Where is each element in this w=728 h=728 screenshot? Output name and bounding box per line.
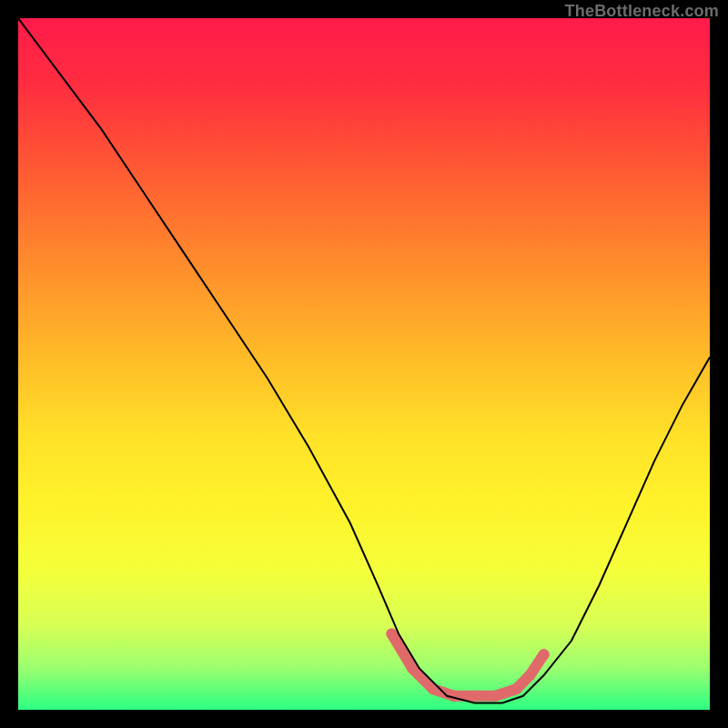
marker-dot — [524, 670, 535, 681]
marker-dot — [539, 649, 550, 660]
marker-dot — [470, 691, 480, 702]
marker-dot — [386, 628, 397, 639]
watermark-text: TheBottleneck.com — [565, 2, 719, 21]
plot-area — [18, 18, 710, 710]
chart-svg — [18, 18, 710, 710]
marker-dot — [490, 691, 500, 702]
marker-dot — [511, 683, 521, 694]
chart-container: TheBottleneck.com — [0, 0, 728, 728]
gradient-background — [18, 18, 710, 710]
